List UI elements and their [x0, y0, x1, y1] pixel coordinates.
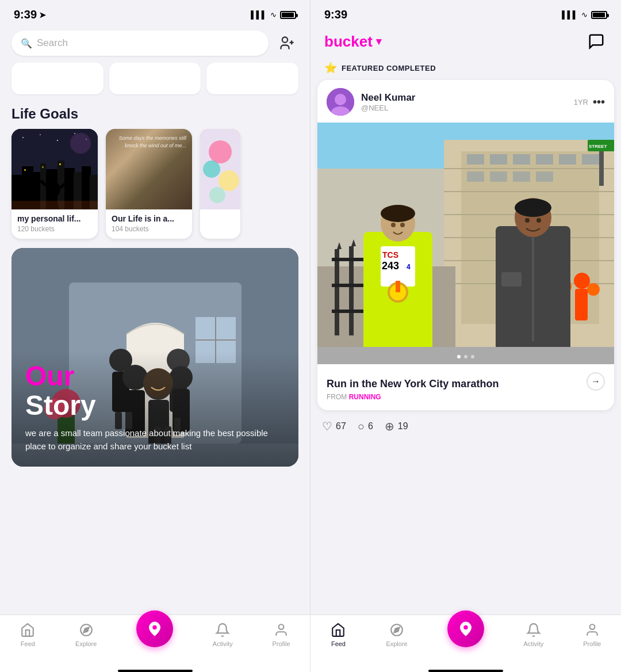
- battery-icon: [280, 11, 296, 19]
- right-signal-icon: ▌▌▌: [562, 10, 578, 19]
- section-title: Life Goals: [0, 101, 310, 129]
- svg-rect-28: [12, 201, 98, 209]
- bucket-card-1-image: [12, 129, 98, 209]
- svg-rect-20: [24, 169, 26, 171]
- bucket-card-2-title: Our Life is in a...: [112, 214, 186, 223]
- left-nav-activity[interactable]: Activity: [213, 622, 233, 647]
- signal-icon: ▌▌▌: [251, 10, 267, 19]
- right-phone: 9:39 ▌▌▌ ∿ bucket ▾ ⭐ FEATURED COMPLETED: [310, 0, 621, 672]
- right-status-time: 9:39: [324, 8, 347, 21]
- svg-point-7: [74, 133, 75, 134]
- svg-rect-87: [536, 171, 553, 182]
- bucket-card-2-count: 104 buckets: [112, 225, 186, 233]
- svg-point-122: [400, 223, 405, 227]
- chat-button[interactable]: [585, 30, 607, 52]
- category-link[interactable]: RUNNING: [349, 393, 381, 401]
- featured-star-icon: ⭐: [324, 62, 337, 74]
- post-title-row: Run in the New York City marathon →: [327, 372, 605, 391]
- svg-point-121: [391, 223, 396, 227]
- post-user-info: Neel Kumar @NEEL: [361, 92, 567, 112]
- right-nav-profile-label: Profile: [583, 640, 601, 647]
- card-placeholder-2[interactable]: [109, 63, 201, 94]
- app-title[interactable]: bucket ▾: [324, 33, 381, 51]
- search-icon: 🔍: [21, 38, 32, 49]
- right-bottom-nav: Feed Explore: [310, 614, 621, 672]
- right-nav-profile[interactable]: Profile: [583, 622, 601, 647]
- quote-text: Some days the memories still knock the w…: [112, 135, 186, 149]
- right-explore-icon: [389, 623, 404, 637]
- right-home-icon: [331, 623, 346, 637]
- right-time-text: 9:39: [324, 8, 347, 21]
- svg-point-33: [209, 187, 225, 203]
- chat-icon: [588, 33, 605, 50]
- right-bucket-icon: [457, 620, 474, 637]
- comments-count: 6: [368, 421, 373, 432]
- add-friend-button[interactable]: [275, 32, 298, 55]
- svg-rect-81: [536, 154, 553, 165]
- post-footer: Run in the New York City marathon → FROM…: [317, 364, 614, 410]
- left-bottom-nav: Feed Explore: [0, 614, 310, 672]
- chevron-down-icon[interactable]: ▾: [376, 35, 381, 48]
- right-nav-bucket[interactable]: [447, 622, 484, 647]
- right-status-bar: 9:39 ▌▌▌ ∿: [310, 0, 621, 26]
- post-arrow-button[interactable]: →: [586, 372, 605, 391]
- post-card[interactable]: Neel Kumar @NEEL 1YR •••: [317, 80, 614, 410]
- left-nav-feed[interactable]: Feed: [20, 622, 36, 647]
- left-nav-profile-label: Profile: [272, 640, 290, 647]
- svg-text:TCS: TCS: [382, 250, 398, 259]
- home-icon: [20, 623, 35, 637]
- right-battery-icon: [591, 11, 607, 19]
- svg-point-134: [515, 198, 551, 217]
- heart-icon: ♡: [322, 419, 332, 433]
- cards-row: [0, 63, 310, 101]
- svg-rect-83: [582, 154, 599, 165]
- svg-point-111: [574, 273, 590, 289]
- right-header: bucket ▾: [310, 26, 621, 59]
- adds-count: 19: [398, 421, 408, 432]
- time-text: 9:39: [14, 8, 37, 21]
- right-nav-explore-icon: [389, 622, 405, 638]
- post-handle: @NEEL: [361, 104, 567, 112]
- card-placeholder-3[interactable]: [206, 63, 298, 94]
- right-nav-feed-icon: [330, 622, 346, 638]
- svg-point-144: [463, 625, 468, 630]
- search-bar[interactable]: 🔍 Search: [12, 30, 269, 56]
- svg-rect-89: [335, 249, 339, 335]
- bucket-card-2[interactable]: Some days the memories still knock the w…: [106, 129, 192, 239]
- story-word: Story: [25, 390, 96, 421]
- bucket-card-3-image: [200, 129, 240, 209]
- svg-marker-143: [394, 627, 399, 632]
- left-nav-explore[interactable]: Explore: [75, 622, 97, 647]
- svg-point-0: [282, 37, 288, 43]
- svg-point-66: [335, 94, 346, 105]
- left-nav-bucket[interactable]: [136, 622, 173, 647]
- left-nav-profile[interactable]: Profile: [272, 622, 290, 647]
- bucket-card-1[interactable]: my personal lif... 120 buckets: [12, 129, 98, 239]
- right-nav-explore[interactable]: Explore: [386, 622, 407, 647]
- svg-point-4: [22, 137, 24, 138]
- svg-point-145: [590, 624, 595, 629]
- add-icon: ⊕: [385, 419, 394, 433]
- post-time: 1YR: [574, 98, 588, 106]
- avatar-photo-icon: [327, 88, 354, 116]
- more-options-button[interactable]: •••: [593, 96, 605, 109]
- our-story-card[interactable]: Our Story we are a small team passionate…: [12, 248, 298, 467]
- post-image: STREET: [317, 123, 614, 364]
- right-wifi-icon: ∿: [581, 10, 588, 19]
- bucket-button[interactable]: [136, 610, 173, 647]
- right-nav-activity[interactable]: Activity: [524, 622, 544, 647]
- bucket-card-3[interactable]: [200, 129, 240, 239]
- explore-icon: [79, 623, 94, 637]
- bucket-icon: [146, 620, 163, 637]
- post-meta: 1YR •••: [574, 96, 605, 109]
- our-story-heading: Our Story: [25, 362, 285, 420]
- card-placeholder-1[interactable]: [12, 63, 103, 94]
- adds-item[interactable]: ⊕ 19: [385, 419, 408, 433]
- comments-item[interactable]: ○ 6: [358, 420, 373, 433]
- likes-item[interactable]: ♡ 67: [322, 419, 346, 433]
- right-bucket-button[interactable]: [447, 610, 484, 647]
- right-nav-feed[interactable]: Feed: [330, 622, 346, 647]
- left-nav-activity-label: Activity: [213, 640, 233, 647]
- bucket-card-2-info: Our Life is in a... 104 buckets: [106, 209, 192, 239]
- our-story-description: we are a small team passionate about mak…: [25, 427, 285, 453]
